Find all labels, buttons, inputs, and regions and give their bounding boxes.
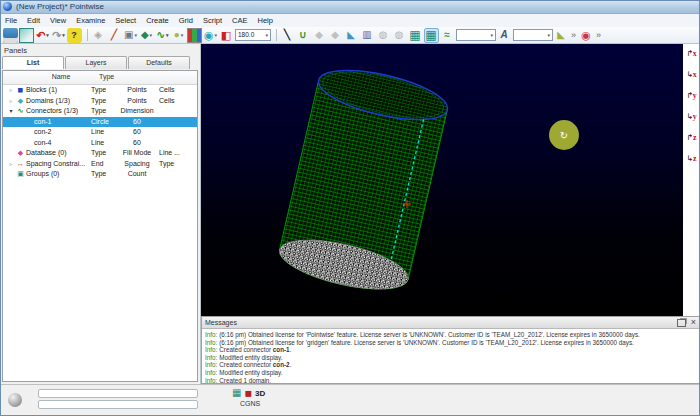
help-icon[interactable]: ?	[67, 28, 82, 43]
angle-combo[interactable]: 180.0▾	[235, 29, 271, 41]
app-icon	[3, 2, 12, 11]
tree-row-database[interactable]: ◆ Database (0) Type Fill Mode Line ...	[3, 148, 197, 159]
undo-icon[interactable]: ↶▾	[35, 28, 50, 43]
tree-row-connectors[interactable]: ▾ ∿ Connectors (1/3) Type Dimension	[3, 106, 197, 117]
open-file-icon[interactable]	[19, 28, 34, 43]
tree-row-spacing-constraints[interactable]: ▹ ↔ Spacing Constrai... End Spacing Type	[3, 159, 197, 170]
sweep-tool-icon[interactable]: ◍	[392, 28, 407, 43]
structured-domain-icon[interactable]: ◆	[312, 28, 327, 43]
render-image-icon[interactable]	[187, 28, 202, 43]
entity-col2: End	[91, 159, 103, 170]
overflow-chevron-icon[interactable]: »	[570, 28, 578, 43]
separator[interactable]	[84, 29, 88, 41]
entity-name: Database (0)	[26, 148, 66, 159]
expander-icon[interactable]: ▹	[7, 96, 15, 107]
unstructured-domain-icon[interactable]: ◆	[328, 28, 343, 43]
axis-letter: y	[693, 92, 697, 100]
entity-col4: Line ...	[159, 148, 180, 159]
menu-item-help[interactable]: Help	[252, 14, 277, 27]
tab-layers[interactable]: Layers	[65, 56, 127, 69]
entity-col2: Type	[91, 169, 106, 180]
entity-col3: Fill Mode	[115, 148, 159, 159]
menu-item-cae[interactable]: CAE	[227, 14, 252, 27]
tab-list[interactable]: List	[2, 56, 64, 69]
revolve-tool-icon[interactable]: ◍	[376, 28, 391, 43]
view-minus-x-button[interactable]: ↳x	[684, 68, 699, 81]
spacing-combo[interactable]: ▾	[513, 29, 553, 41]
arc-tool-icon[interactable]: ∪	[296, 28, 311, 43]
axis-arrow-icon: ↱	[686, 134, 693, 142]
redo-icon[interactable]: ↷▾	[51, 28, 66, 43]
status-field-1[interactable]	[38, 389, 198, 398]
entity-col3: 60	[115, 117, 159, 128]
draw-style-icon[interactable]: ╱	[107, 28, 122, 43]
view-mask-icon[interactable]: ◉	[579, 28, 594, 43]
float-panel-icon[interactable]	[677, 319, 686, 327]
domain-tool-icon[interactable]: ◆▾	[139, 28, 154, 43]
extrude-tool-icon[interactable]: ▥	[360, 28, 375, 43]
message-level: Info:	[205, 346, 217, 353]
structured-grid-icon[interactable]: ▦	[408, 28, 423, 43]
block-tool-icon[interactable]: ▣▾	[123, 28, 138, 43]
entity-list: Name Type ▹ ◼ Blocks (1) Type Points Cel…	[2, 70, 198, 382]
view-minus-y-button[interactable]: ↳y	[684, 110, 699, 123]
expander-icon[interactable]: ▹	[7, 159, 15, 170]
spacing-tool-icon[interactable]: A	[497, 28, 512, 43]
status-field-2[interactable]	[38, 400, 198, 409]
menu-item-create[interactable]: Create	[141, 14, 174, 27]
segment-tool-icon[interactable]: ╲	[280, 28, 295, 43]
connector-tool-icon[interactable]: ∿▾	[155, 28, 170, 43]
expander-icon[interactable]: ▾	[7, 106, 15, 117]
view-plus-x-button[interactable]: ↱x	[684, 47, 699, 60]
solve-tool-icon[interactable]: ◣	[554, 28, 569, 43]
database-tool-icon[interactable]: ●▾	[171, 28, 186, 43]
menu-item-view[interactable]: View	[45, 14, 71, 27]
tab-defaults[interactable]: Defaults	[128, 56, 190, 69]
menu-item-script[interactable]: Script	[198, 14, 227, 27]
message-level: Info:	[205, 354, 217, 361]
save-icon[interactable]	[3, 28, 18, 43]
message-level: Info:	[205, 339, 217, 346]
menu-item-grid[interactable]: Grid	[174, 14, 198, 27]
dimension-tool-icon[interactable]: ≈	[440, 28, 455, 43]
trackball-indicator-icon	[8, 393, 22, 407]
entity-col4: Cells	[159, 85, 175, 96]
dropdown-arrow-icon: ▾	[166, 33, 169, 38]
entity-col3: Count	[115, 169, 159, 180]
separator[interactable]	[273, 29, 277, 41]
tree-row-con-2[interactable]: con-2 Line 60	[3, 127, 197, 138]
view-minus-z-button[interactable]: ↳z	[684, 152, 699, 165]
close-icon[interactable]: ×	[691, 318, 696, 327]
snap-icon[interactable]: ◈	[91, 28, 106, 43]
menu-item-select[interactable]: Select	[110, 14, 141, 27]
axis-letter: z	[693, 134, 697, 142]
expander-icon[interactable]: ▹	[7, 85, 15, 96]
tree-row-blocks[interactable]: ▹ ◼ Blocks (1) Type Points Cells	[3, 85, 197, 96]
viewport-3d[interactable]: ↻	[201, 44, 683, 316]
menu-item-examine[interactable]: Examine	[71, 14, 110, 27]
entity-name: con-1	[34, 117, 52, 128]
menu-item-file[interactable]: File	[0, 14, 22, 27]
entity-col2: Type	[91, 85, 106, 96]
dimension-combo[interactable]: ▾	[456, 29, 496, 41]
overflow-chevron-icon[interactable]: »	[595, 28, 603, 43]
tree-row-groups[interactable]: ▣ Groups (0) Type Count	[3, 169, 197, 180]
entity-col3: Spacing	[115, 159, 159, 170]
unstructured-grid-icon[interactable]: ▦	[424, 28, 439, 43]
dropdown-arrow-icon: ▾	[134, 33, 137, 38]
view-plus-z-button[interactable]: ↱z	[684, 131, 699, 144]
entity-type-icon: ◼	[15, 85, 26, 96]
entity-col3: 60	[115, 127, 159, 138]
message-line: Info:(6:16 pm) Obtained license for 'Poi…	[205, 331, 696, 339]
message-line: Info:Modified entity display.	[205, 354, 696, 362]
message-level: Info:	[205, 369, 217, 376]
entity-col3: 60	[115, 138, 159, 149]
display-mask-icon[interactable]: ◉▾	[203, 28, 218, 43]
view-plus-y-button[interactable]: ↱y	[684, 89, 699, 102]
tree-row-con-4[interactable]: con-4 Line 60	[3, 138, 197, 149]
menu-item-edit[interactable]: Edit	[22, 14, 45, 27]
wedge-tool-icon[interactable]: ◣	[344, 28, 359, 43]
tree-row-con-1[interactable]: con-1 Circle 60	[3, 117, 197, 128]
examine-icon[interactable]: ◧	[219, 28, 234, 43]
tree-row-domains[interactable]: ▹ ◆ Domains (1/3) Type Points Cells	[3, 96, 197, 107]
